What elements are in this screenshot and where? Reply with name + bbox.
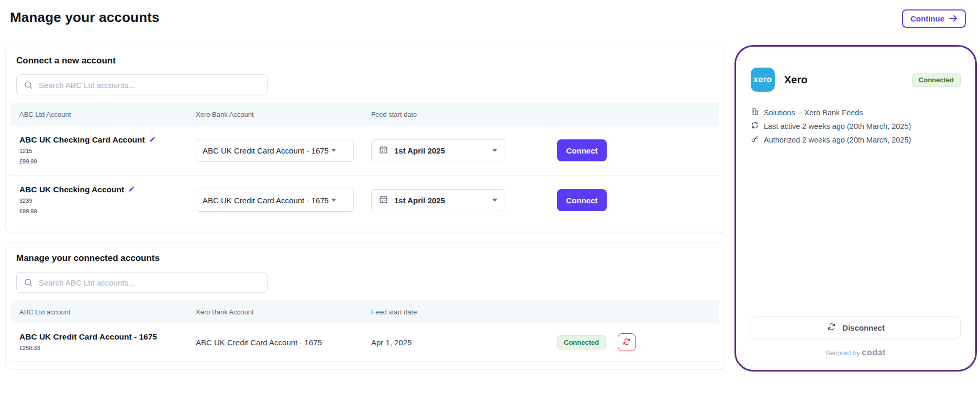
feed-start-date-picker[interactable]: 1st April 2025 — [371, 139, 505, 161]
chevron-down-icon — [492, 199, 497, 202]
disconnect-button[interactable]: Disconnect — [751, 316, 961, 339]
solutions-detail: Solutions -- Xero Bank Feeds — [751, 107, 961, 117]
broken-sync-icon — [827, 322, 837, 333]
integration-header: xero Xero Connected — [751, 68, 961, 92]
account-balance: £250.33 — [19, 344, 196, 353]
xero-account-value: ABC UK Credit Card Account - 1675 — [196, 338, 371, 347]
table-row: ABC UK Checking Account 3239 £99.99 ABC … — [11, 176, 719, 225]
detail-text: Authorized 2 weeks ago (20th March, 2025… — [764, 136, 911, 144]
status-badge: Connected — [557, 335, 606, 350]
xero-integration-panel: xero Xero Connected Solutions -- Xero Ba… — [734, 45, 977, 372]
account-name: ABC UK Checking Card Account — [19, 135, 145, 145]
account-number: 3239 — [19, 196, 196, 205]
account-cell: ABC UK Checking Card Account 1215 £99.99 — [11, 135, 196, 166]
feed-start-date-value: 1st April 2025 — [394, 146, 486, 155]
column-header-xero-bank-account: Xero Bank Account — [196, 111, 371, 118]
calendar-icon — [379, 145, 388, 156]
column-header-abc-ltd-account: ABC Ltd Account — [11, 111, 196, 118]
disconnect-account-button[interactable] — [618, 333, 636, 351]
account-name: ABC UK Credit Card Account - 1675 — [19, 332, 157, 342]
connect-button[interactable]: Connect — [557, 139, 607, 161]
arrow-right-icon — [949, 14, 957, 23]
account-cell: ABC UK Checking Account 3239 £99.99 — [11, 185, 196, 216]
continue-button-label: Continue — [910, 14, 944, 23]
xero-logo: xero — [751, 68, 775, 92]
disconnect-button-label: Disconnect — [842, 323, 885, 332]
building-icon — [751, 107, 759, 117]
table-row: ABC UK Checking Card Account 1215 £99.99… — [11, 126, 719, 176]
connected-accounts-card: Manage your connected accounts ABC Ltd a… — [6, 243, 725, 369]
connect-table-header: ABC Ltd Account Xero Bank Account Feed s… — [11, 103, 719, 126]
column-header-abc-ltd-account: ABC Ltd account — [11, 308, 196, 316]
connect-search — [16, 74, 268, 95]
codat-logo: codat — [862, 348, 886, 357]
chevron-down-icon — [331, 149, 336, 152]
account-balance: £99.99 — [19, 207, 196, 216]
xero-account-select-value: ABC UK Credit Card Account - 1675 — [203, 146, 329, 155]
connect-search-input[interactable] — [16, 74, 268, 95]
account-balance: £99.99 — [19, 157, 196, 166]
key-icon — [751, 135, 759, 145]
detail-text: Last active 2 weeks ago (20th March, 202… — [764, 122, 911, 130]
connected-search — [16, 272, 268, 293]
connected-table-header: ABC Ltd account Xero Bank Account Feed s… — [11, 300, 719, 323]
search-icon — [24, 80, 33, 92]
main-content: Connect a new account ABC Ltd Account Xe… — [6, 45, 977, 372]
feed-start-date-value: 1st April 2025 — [394, 196, 486, 205]
refresh-icon — [751, 121, 759, 131]
connect-button[interactable]: Connect — [557, 189, 607, 211]
connect-section-title: Connect a new account — [16, 56, 719, 66]
xero-account-select[interactable]: ABC UK Credit Card Account - 1675 — [196, 139, 354, 162]
status-badge: Connected — [912, 73, 961, 87]
account-number: 1215 — [19, 147, 196, 156]
page-title: Manage your accounts — [10, 9, 160, 26]
column-header-feed-start-date: Feed start date — [371, 308, 546, 316]
secured-by: Secured by codat — [751, 348, 961, 357]
xero-account-select[interactable]: ABC UK Credit Card Account - 1675 — [196, 189, 354, 212]
detail-text: Solutions -- Xero Bank Feeds — [764, 108, 863, 117]
column-header-xero-bank-account: Xero Bank Account — [196, 308, 371, 316]
feed-start-date-value: Apr 1, 2025 — [371, 338, 546, 347]
search-icon — [24, 278, 33, 289]
edit-pencil-icon[interactable] — [128, 185, 135, 194]
integration-details: Solutions -- Xero Bank Feeds Last active… — [751, 107, 961, 145]
continue-button[interactable]: Continue — [902, 9, 966, 28]
chevron-down-icon — [331, 199, 336, 202]
connect-new-account-card: Connect a new account ABC Ltd Account Xe… — [6, 45, 725, 233]
connected-search-input[interactable] — [16, 272, 268, 293]
edit-pencil-icon[interactable] — [149, 135, 156, 145]
chevron-down-icon — [492, 149, 497, 152]
manage-accounts-page: Manage your accounts Continue Connect a … — [0, 0, 980, 393]
table-row: ABC UK Credit Card Account - 1675 £250.3… — [11, 323, 719, 362]
connected-section-title: Manage your connected accounts — [16, 253, 719, 264]
left-column: Connect a new account ABC Ltd Account Xe… — [6, 45, 725, 369]
top-bar: Manage your accounts Continue — [6, 0, 977, 39]
account-cell: ABC UK Credit Card Account - 1675 £250.3… — [11, 332, 196, 353]
authorized-detail: Authorized 2 weeks ago (20th March, 2025… — [751, 135, 961, 145]
feed-start-date-picker[interactable]: 1st April 2025 — [371, 189, 505, 211]
secured-by-text: Secured by — [826, 349, 860, 357]
account-name: ABC UK Checking Account — [19, 185, 124, 194]
calendar-icon — [379, 195, 388, 206]
last-active-detail: Last active 2 weeks ago (20th March, 202… — [751, 121, 961, 131]
integration-name: Xero — [784, 74, 807, 86]
xero-account-select-value: ABC UK Credit Card Account - 1675 — [203, 196, 329, 205]
broken-sync-icon — [622, 337, 631, 348]
column-header-feed-start-date: Feed start date — [371, 111, 546, 118]
